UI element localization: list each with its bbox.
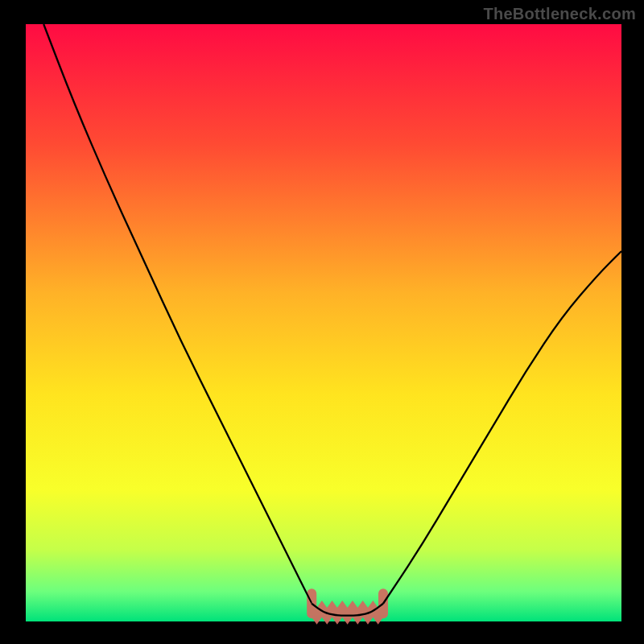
bottleneck-chart bbox=[0, 0, 644, 644]
watermark-text: TheBottleneck.com bbox=[483, 5, 636, 23]
chart-stage: TheBottleneck.com bbox=[0, 0, 644, 644]
plot-background bbox=[26, 24, 621, 621]
